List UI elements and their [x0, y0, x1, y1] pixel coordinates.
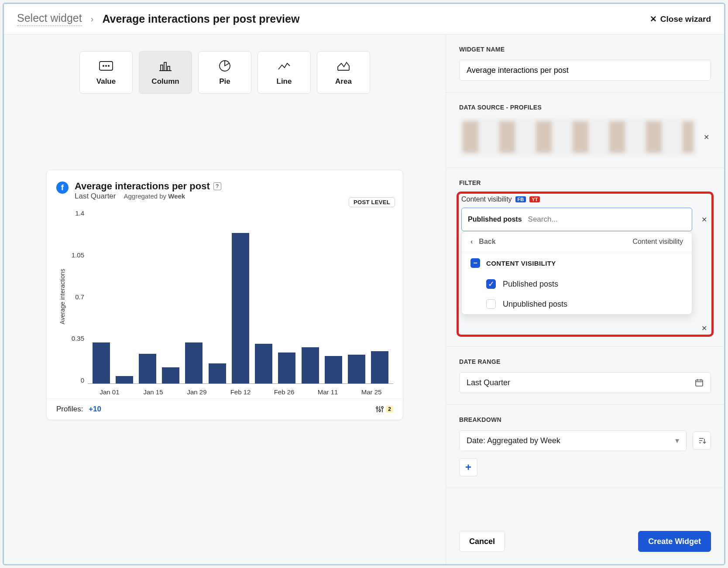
- help-icon[interactable]: ?: [213, 182, 221, 190]
- card-title: Average interactions per post: [75, 181, 210, 192]
- chart-type-value[interactable]: Value: [79, 51, 133, 94]
- breakdown-select[interactable]: Date: Aggregated by Week ▾: [459, 430, 687, 451]
- svg-point-15: [381, 407, 383, 408]
- minus-square-icon: −: [470, 258, 480, 268]
- chart-type-pie[interactable]: Pie: [198, 51, 251, 94]
- chart-type-area-label: Area: [335, 77, 352, 86]
- area-icon: [337, 59, 350, 73]
- profiles-count-link[interactable]: +10: [89, 405, 101, 413]
- calendar-icon: [695, 378, 704, 387]
- date-range-select[interactable]: Last Quarter: [459, 372, 711, 393]
- checkbox-checked-icon: ✓: [486, 279, 496, 289]
- checkbox-unchecked-icon: [486, 299, 496, 309]
- clear-filter-2-button[interactable]: ✕: [699, 323, 709, 333]
- chart-type-line[interactable]: Line: [258, 51, 311, 94]
- chart-type-area[interactable]: Area: [317, 51, 370, 94]
- svg-rect-16: [696, 380, 703, 386]
- close-wizard-button[interactable]: ✕ Close wizard: [650, 14, 711, 24]
- chart-type-column-label: Column: [151, 77, 179, 86]
- chart-type-line-label: Line: [277, 77, 292, 86]
- chart-area: Average interactions 1.41.050.70.350 Jan…: [47, 205, 403, 398]
- filter-title: Content visibility: [461, 195, 512, 203]
- date-range-value: Last Quarter: [467, 378, 510, 387]
- widget-name-input[interactable]: [459, 60, 711, 81]
- chart-type-selector: Value Column Pie Line Area: [79, 51, 370, 94]
- yt-badge-icon: YT: [529, 196, 540, 202]
- svg-rect-5: [161, 65, 163, 71]
- close-icon: ✕: [650, 14, 657, 24]
- pie-icon: [219, 59, 231, 73]
- sliders-icon: [375, 405, 384, 414]
- filter-highlight: Content visibility FB YT Published posts…: [457, 192, 714, 337]
- chart-bar: [371, 351, 388, 383]
- dropdown-group-header[interactable]: − CONTENT VISIBILITY: [462, 252, 692, 274]
- section-label-date-range: DATE RANGE: [459, 358, 711, 365]
- filter-dropdown: ‹ Back Content visibility − CONTENT VISI…: [461, 231, 692, 315]
- line-icon: [278, 59, 291, 73]
- card-subtitle: Last Quarter: [75, 192, 116, 201]
- widget-preview-card: f Average interactions per post ? Last Q…: [46, 170, 403, 420]
- card-aggregation: Aggregated by Week: [124, 192, 185, 200]
- svg-point-1: [103, 65, 104, 66]
- section-label-widget-name: WIDGET NAME: [459, 46, 711, 53]
- chart-bar: [162, 367, 179, 383]
- close-wizard-label: Close wizard: [660, 14, 711, 24]
- fb-badge-icon: FB: [515, 196, 526, 202]
- breakdown-value: Date: Aggregated by Week: [467, 436, 560, 445]
- chevron-left-icon: ‹: [470, 238, 473, 246]
- dropdown-back-label: Back: [479, 238, 495, 246]
- value-icon: [99, 59, 113, 73]
- breadcrumb-back[interactable]: Select widget: [17, 12, 82, 26]
- filter-input[interactable]: Published posts: [461, 208, 692, 231]
- chart-plot: [88, 209, 393, 384]
- clear-filter-button[interactable]: ✕: [699, 215, 709, 224]
- dropdown-option-published[interactable]: ✓ Published posts: [462, 274, 692, 294]
- post-level-badge: POST LEVEL: [349, 197, 395, 207]
- chart-bar: [209, 363, 226, 383]
- column-icon: [159, 59, 172, 73]
- svg-rect-7: [168, 66, 170, 71]
- chart-type-pie-label: Pie: [219, 77, 230, 86]
- settings-count-badge: 2: [386, 406, 393, 413]
- section-label-breakdown: BREAKDOWN: [459, 416, 711, 423]
- sort-icon: [697, 436, 706, 445]
- chart-bar: [93, 342, 110, 383]
- config-sidebar: WIDGET NAME DATA SOURCE - PROFILES ✕ FIL…: [446, 34, 724, 564]
- y-axis-label: Average interactions: [56, 269, 66, 324]
- svg-point-13: [379, 410, 381, 411]
- dropdown-option-unpublished[interactable]: Unpublished posts: [462, 294, 692, 314]
- chart-bar: [302, 347, 319, 383]
- y-axis-ticks: 1.41.050.70.350: [66, 209, 88, 384]
- clear-profiles-button[interactable]: ✕: [701, 132, 711, 142]
- preview-column: Value Column Pie Line Area: [4, 34, 446, 564]
- section-label-filter: FILTER: [459, 179, 711, 186]
- x-axis-ticks: Jan 01Jan 15Jan 29Feb 12Feb 26Mar 11Mar …: [88, 388, 393, 396]
- widget-settings-button[interactable]: 2: [375, 405, 393, 414]
- chart-bar: [255, 344, 272, 383]
- dropdown-group-label: CONTENT VISIBILITY: [486, 260, 556, 267]
- chart-bar: [348, 355, 365, 383]
- svg-point-2: [106, 65, 106, 66]
- chart-bar: [278, 352, 295, 383]
- svg-rect-6: [164, 62, 166, 71]
- profiles-selector[interactable]: [459, 118, 697, 156]
- create-widget-button[interactable]: Create Widget: [638, 531, 711, 552]
- dropdown-option-label: Unpublished posts: [503, 300, 567, 309]
- chevron-down-icon: ▾: [675, 436, 679, 445]
- sort-direction-button[interactable]: [693, 431, 711, 450]
- chart-bar: [185, 342, 203, 383]
- filter-search-field[interactable]: [528, 215, 686, 224]
- add-breakdown-button[interactable]: +: [459, 458, 477, 476]
- chevron-right-icon: ›: [91, 14, 94, 24]
- dropdown-back-button[interactable]: ‹ Back: [470, 238, 496, 246]
- dropdown-option-label: Published posts: [503, 280, 558, 289]
- svg-point-11: [376, 407, 378, 409]
- wizard-header: Select widget › Average interactions per…: [4, 4, 724, 34]
- page-title: Average interactions per post preview: [102, 13, 299, 25]
- chart-bar: [139, 354, 156, 383]
- chart-type-column[interactable]: Column: [139, 51, 192, 94]
- chart-bar: [325, 356, 342, 383]
- chart-bar: [116, 376, 133, 383]
- facebook-icon: f: [56, 181, 69, 194]
- cancel-button[interactable]: Cancel: [459, 531, 505, 552]
